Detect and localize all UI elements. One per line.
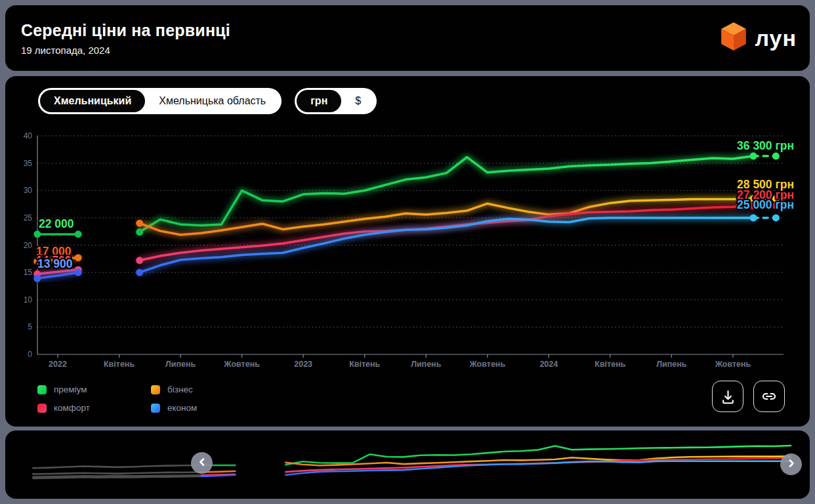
- svg-text:22 000: 22 000: [39, 217, 74, 230]
- legend-swatch-comfort: [37, 404, 47, 413]
- svg-text:5: 5: [28, 322, 32, 331]
- svg-text:Жовтень: Жовтень: [715, 360, 751, 369]
- navigator-svg[interactable]: [5, 430, 810, 499]
- range-navigator-panel: [5, 430, 810, 499]
- chart-legend: преміум бізнес комфорт економ: [37, 385, 197, 413]
- svg-text:2023: 2023: [294, 360, 312, 369]
- svg-text:0: 0: [28, 350, 32, 359]
- header-text: Середні ціни на первинці 19 листопада, 2…: [21, 21, 230, 56]
- share-link-button[interactable]: [753, 381, 785, 412]
- lun-cube-icon: [720, 22, 747, 54]
- chevron-left-icon: [198, 457, 207, 469]
- lun-logo: лун: [720, 22, 797, 54]
- svg-text:30: 30: [24, 186, 33, 195]
- page: Середні ціни на первинці 19 листопада, 2…: [0, 0, 815, 504]
- legend-label-premium: преміум: [54, 385, 87, 394]
- chevron-right-icon: [787, 459, 796, 470]
- legend-item-econom: економ: [151, 403, 197, 413]
- svg-text:40: 40: [24, 131, 33, 140]
- svg-text:Квітень: Квітень: [595, 360, 625, 369]
- legend-swatch-premium: [37, 385, 47, 394]
- lun-logo-text: лун: [755, 27, 797, 49]
- svg-text:36 300 грн: 36 300 грн: [737, 139, 794, 152]
- report-date: 19 листопада, 2024: [21, 45, 230, 56]
- legend-item-premium: преміум: [37, 385, 151, 394]
- svg-text:Липень: Липень: [411, 360, 442, 369]
- svg-text:Жовтень: Жовтень: [223, 360, 260, 369]
- svg-text:Липень: Липень: [165, 360, 196, 369]
- price-chart-svg: 05101520253035402022КвітеньЛипеньЖовтень…: [5, 76, 810, 427]
- svg-text:14 700: 14 700: [36, 254, 72, 267]
- nav-prev-button[interactable]: [191, 452, 213, 474]
- currency-option-uah[interactable]: грн: [297, 90, 341, 112]
- header-panel: Середні ціни на первинці 19 листопада, 2…: [5, 5, 810, 71]
- legend-swatch-econom: [151, 404, 160, 413]
- legend-label-econom: економ: [167, 403, 197, 413]
- svg-text:28 500 грн: 28 500 грн: [737, 178, 794, 191]
- svg-text:Квітень: Квітень: [349, 360, 380, 369]
- currency-toggle: грн $: [295, 88, 377, 114]
- svg-text:15: 15: [24, 268, 33, 277]
- download-button[interactable]: [712, 381, 743, 412]
- legend-label-business: бізнес: [167, 385, 193, 394]
- svg-text:20: 20: [24, 241, 33, 250]
- svg-text:2022: 2022: [49, 360, 67, 369]
- region-option-oblast[interactable]: Хмельницька область: [145, 90, 280, 112]
- svg-text:Квітень: Квітень: [104, 360, 135, 369]
- page-title: Середні ціни на первинці: [21, 21, 230, 40]
- svg-text:2024: 2024: [539, 360, 558, 369]
- svg-text:25 000 грн: 25 000 грн: [737, 198, 794, 211]
- svg-text:13 900: 13 900: [37, 257, 73, 270]
- svg-text:35: 35: [24, 159, 33, 168]
- svg-text:25: 25: [24, 213, 33, 222]
- legend-item-business: бізнес: [151, 385, 197, 394]
- download-icon: [721, 389, 736, 404]
- currency-option-usd[interactable]: $: [341, 90, 375, 112]
- region-option-city[interactable]: Хмельницький: [40, 90, 145, 112]
- toggle-row: Хмельницький Хмельницька область грн $: [38, 88, 377, 114]
- link-icon: [761, 388, 777, 404]
- chart-panel: Хмельницький Хмельницька область грн $ 0…: [5, 76, 810, 427]
- svg-text:27 200 грн: 27 200 грн: [737, 188, 794, 201]
- svg-text:17 000: 17 000: [36, 245, 72, 258]
- legend-swatch-business: [151, 385, 160, 394]
- svg-text:Жовтень: Жовтень: [469, 360, 505, 369]
- legend-item-comfort: комфорт: [37, 403, 151, 413]
- svg-text:Липень: Липень: [656, 360, 687, 369]
- nav-next-button[interactable]: [780, 453, 802, 475]
- svg-text:10: 10: [24, 295, 33, 304]
- region-toggle: Хмельницький Хмельницька область: [38, 88, 282, 114]
- legend-label-comfort: комфорт: [54, 403, 90, 413]
